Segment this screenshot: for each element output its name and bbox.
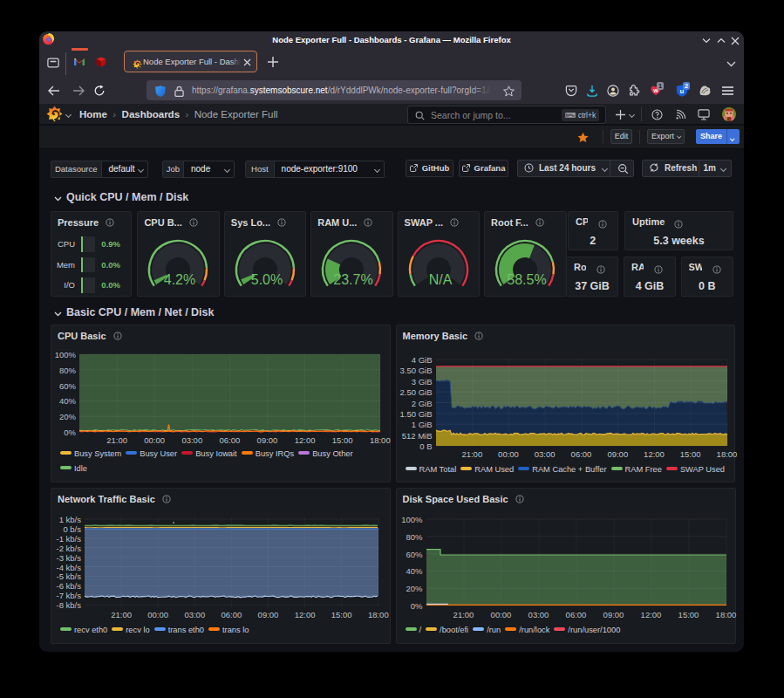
svg-text:5.0%: 5.0% — [251, 272, 283, 287]
svg-text:23.7%: 23.7% — [334, 272, 373, 287]
svg-text:58.5%: 58.5% — [507, 272, 546, 287]
svg-text:4.2%: 4.2% — [164, 272, 195, 287]
svg-text:N/A: N/A — [428, 272, 452, 287]
